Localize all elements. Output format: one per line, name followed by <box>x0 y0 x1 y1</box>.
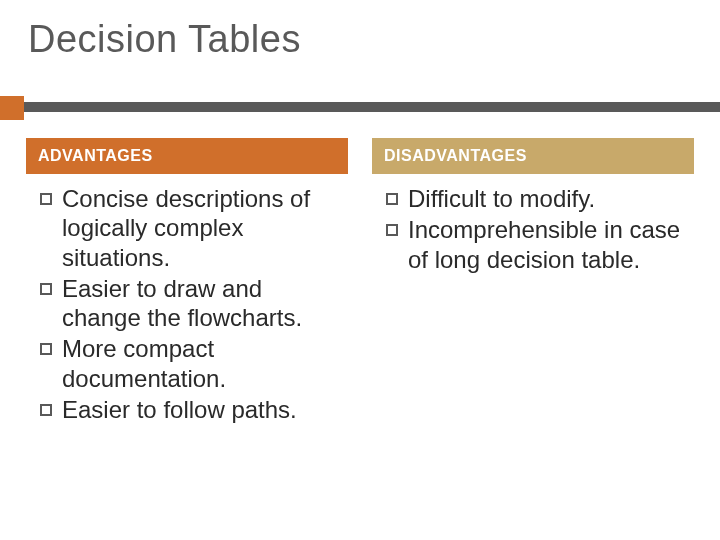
bullet-icon <box>40 283 52 295</box>
advantages-column: ADVANTAGES Concise descriptions of logic… <box>26 138 348 426</box>
list-item: Difficult to modify. <box>386 184 688 213</box>
accent-square <box>0 96 24 120</box>
bullet-icon <box>40 404 52 416</box>
bullet-text: Concise descriptions of logically comple… <box>62 184 342 272</box>
bullet-text: Easier to draw and change the flowcharts… <box>62 274 342 333</box>
bullet-icon <box>40 193 52 205</box>
disadvantages-body: Difficult to modify. Incomprehensible in… <box>372 174 694 274</box>
bullet-text: More compact documentation. <box>62 334 342 393</box>
advantages-header: ADVANTAGES <box>26 138 348 174</box>
slide: Decision Tables ADVANTAGES Concise descr… <box>0 0 720 540</box>
advantages-body: Concise descriptions of logically comple… <box>26 174 348 424</box>
content-columns: ADVANTAGES Concise descriptions of logic… <box>26 138 694 426</box>
divider-line <box>24 102 720 112</box>
list-item: Concise descriptions of logically comple… <box>40 184 342 272</box>
disadvantages-header: DISADVANTAGES <box>372 138 694 174</box>
bullet-icon <box>40 343 52 355</box>
bullet-icon <box>386 193 398 205</box>
list-item: Incomprehensible in case of long decisio… <box>386 215 688 274</box>
bullet-icon <box>386 224 398 236</box>
bullet-text: Difficult to modify. <box>408 184 595 213</box>
list-item: Easier to follow paths. <box>40 395 342 424</box>
list-item: More compact documentation. <box>40 334 342 393</box>
title-divider <box>0 96 720 120</box>
list-item: Easier to draw and change the flowcharts… <box>40 274 342 333</box>
disadvantages-column: DISADVANTAGES Difficult to modify. Incom… <box>372 138 694 426</box>
slide-title: Decision Tables <box>28 18 301 61</box>
bullet-text: Incomprehensible in case of long decisio… <box>408 215 688 274</box>
bullet-text: Easier to follow paths. <box>62 395 297 424</box>
